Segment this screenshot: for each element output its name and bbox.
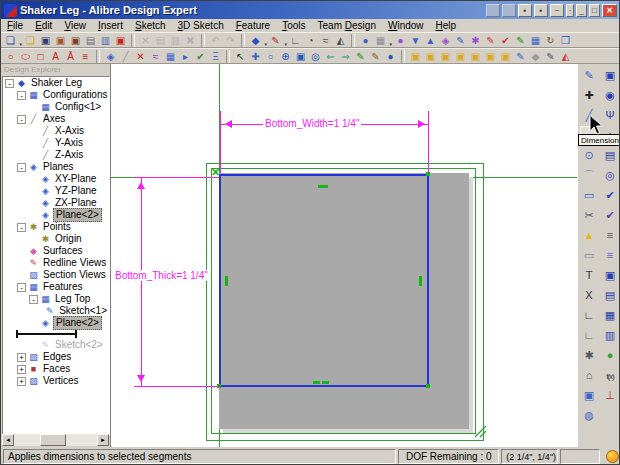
tree-item-y-axis[interactable]: ╱Y-Axis <box>3 137 109 149</box>
measure-flag-green-button[interactable]: ✎ <box>353 49 368 64</box>
team-member-button[interactable]: ● <box>393 33 408 48</box>
close-button[interactable]: ✕ <box>602 4 617 17</box>
paste-button[interactable]: ▥ <box>168 33 183 48</box>
pattern-linear-button[interactable]: ≡ <box>601 226 619 244</box>
edit-sketch-button[interactable]: ✎ <box>580 66 598 84</box>
tree-item-sketch2[interactable]: ✎Sketch<2> <box>3 339 109 351</box>
annotation-lines-button[interactable]: ≡ <box>78 49 93 64</box>
collapse-icon[interactable]: - <box>29 295 38 304</box>
tree-item-origin[interactable]: ✱Origin <box>3 233 109 245</box>
zoom-window-button[interactable]: ▣ <box>293 49 308 64</box>
collapse-icon[interactable]: - <box>17 163 26 172</box>
sketch-profile[interactable] <box>219 174 429 387</box>
design-grid-button[interactable]: ▦ <box>163 49 178 64</box>
view-right-button[interactable]: ▣ <box>453 49 468 64</box>
tree-item-label[interactable]: Points <box>41 221 73 233</box>
tree-item-surfaces[interactable]: ◆Surfaces <box>3 245 109 257</box>
units-button[interactable]: ◔ <box>303 33 318 48</box>
rollback-bar[interactable] <box>3 329 109 339</box>
tree-item-plane2[interactable]: ◈Plane<2> <box>3 209 109 221</box>
globe-view-button[interactable]: ● <box>383 49 398 64</box>
tree-item-plane2[interactable]: ◈Plane<2> <box>3 317 109 329</box>
menu-team-design[interactable]: Team Design <box>312 20 382 31</box>
boolean-sphere-button[interactable]: ● <box>601 346 619 364</box>
tree-item-section-views[interactable]: ▨Section Views <box>3 269 109 281</box>
construction-line-button[interactable]: ╱ <box>118 49 133 64</box>
redo-button[interactable]: ↷ <box>223 33 238 48</box>
delete-button[interactable]: ✖ <box>183 33 198 48</box>
trim-tool-button[interactable]: ✂ <box>580 206 598 224</box>
circle-tool-button[interactable]: ⊙ <box>580 146 598 164</box>
new-document-button[interactable]: ❏▾ <box>3 33 18 48</box>
set-square-button[interactable]: ◭ <box>558 49 573 64</box>
team-refresh-button[interactable]: ↻ <box>543 33 558 48</box>
fillet-3d-button[interactable]: ▣ <box>601 266 619 284</box>
chamfer-2d-button[interactable]: ∟ <box>580 326 598 344</box>
scroll-right-icon[interactable]: ► <box>97 434 109 446</box>
menu-feature[interactable]: Feature <box>230 20 276 31</box>
menu-sketch[interactable]: Sketch <box>129 20 172 31</box>
tree-item-label[interactable]: Z-Axis <box>53 149 85 161</box>
analysis-button[interactable]: ◭ <box>333 33 348 48</box>
team-check-out-button[interactable]: ▲ <box>423 33 438 48</box>
sketch-scale-button[interactable]: Ξ <box>208 49 223 64</box>
tree-item-label[interactable]: Edges <box>41 351 73 363</box>
minimize-button[interactable]: _ <box>576 4 587 17</box>
tree-item-label[interactable]: Axes <box>41 113 67 125</box>
scroll-track[interactable] <box>14 434 97 446</box>
team-approve-button[interactable]: ✔ <box>498 33 513 48</box>
tree-item-label[interactable]: Faces <box>41 363 72 375</box>
previous-view-button[interactable]: ⇐ <box>323 49 338 64</box>
menu-insert[interactable]: Insert <box>92 20 129 31</box>
equation-tool-button[interactable]: ≈ <box>318 33 333 48</box>
spline-button[interactable]: ≈ <box>148 49 163 64</box>
extrude-boss-button[interactable]: ▣ <box>601 66 619 84</box>
menu-window[interactable]: Window <box>382 20 430 31</box>
small-button[interactable]: · <box>566 4 574 17</box>
copy-button[interactable]: ▤ <box>153 33 168 48</box>
tree-item-label[interactable]: Vertices <box>41 375 81 387</box>
tree-item-axes[interactable]: -╱Axes <box>3 113 109 125</box>
team-share-button[interactable]: ✱ <box>468 33 483 48</box>
export-pdf-button[interactable]: ▣ <box>113 33 128 48</box>
arc-tool-button[interactable]: ⌒ <box>580 166 598 184</box>
zoom-fit-button[interactable]: ◎ <box>308 49 323 64</box>
tree-item-leg-top[interactable]: -▦Leg Top <box>3 293 109 305</box>
shade-toggle-button[interactable]: ◆ <box>528 49 543 64</box>
measure-button[interactable]: ∟ <box>288 33 303 48</box>
validate-sketch-button[interactable]: ✔ <box>193 49 208 64</box>
tree-item-planes[interactable]: -◈Planes <box>3 161 109 173</box>
boolean-subtract-button[interactable]: ✔ <box>601 206 619 224</box>
pan-button[interactable]: ✚ <box>248 49 263 64</box>
online-status-icon[interactable] <box>606 450 619 463</box>
tree-item-label[interactable]: X-Axis <box>53 125 86 137</box>
team-check-in-button[interactable]: ▼ <box>408 33 423 48</box>
sketch-canvas[interactable]: ✕ Bottom_Width=1 1/4" Bottom_Thick=1 1/4… <box>111 64 577 447</box>
collapse-icon[interactable]: - <box>17 223 26 232</box>
tree-item-label[interactable]: Sketch<2> <box>53 339 105 351</box>
annotation-balloon-button[interactable]: ○ <box>3 49 18 64</box>
view-back-button[interactable]: ▣ <box>423 49 438 64</box>
menu-help[interactable]: Help <box>430 20 463 31</box>
annotation-rect-button[interactable]: □ <box>33 49 48 64</box>
place-points-button[interactable]: ✕ <box>133 49 148 64</box>
activate-plane-button[interactable]: ◈ <box>103 49 118 64</box>
zoom-in-button[interactable]: ⊕ <box>278 49 293 64</box>
save-package-button[interactable]: ▣ <box>68 33 83 48</box>
thick-dimension-label[interactable]: Bottom_Thick=1 1/4" <box>113 270 210 281</box>
tree-item-label[interactable]: Redline Views <box>41 257 108 269</box>
tree-item-redline-views[interactable]: ✎Redline Views <box>3 257 109 269</box>
hole-tool-button[interactable]: ▦ <box>601 306 619 324</box>
open-document-button[interactable]: ❏ <box>23 33 38 48</box>
tree-item-label[interactable]: Configurations <box>41 89 109 101</box>
tree-item-shaker-leg[interactable]: -◆Shaker Leg <box>3 77 109 89</box>
team-browser-button[interactable]: ▦▾ <box>373 33 388 48</box>
tree-item-label[interactable]: Section Views <box>41 269 108 281</box>
collapse-icon[interactable]: - <box>17 283 26 292</box>
save-document-button[interactable]: ▣ <box>38 33 53 48</box>
menu-edit[interactable]: Edit <box>29 20 58 31</box>
tree-item-label[interactable]: Features <box>41 281 84 293</box>
menu-view[interactable]: View <box>58 20 92 31</box>
tree-item-label[interactable]: Y-Axis <box>53 137 85 149</box>
view-bottom-button[interactable]: ▣ <box>483 49 498 64</box>
